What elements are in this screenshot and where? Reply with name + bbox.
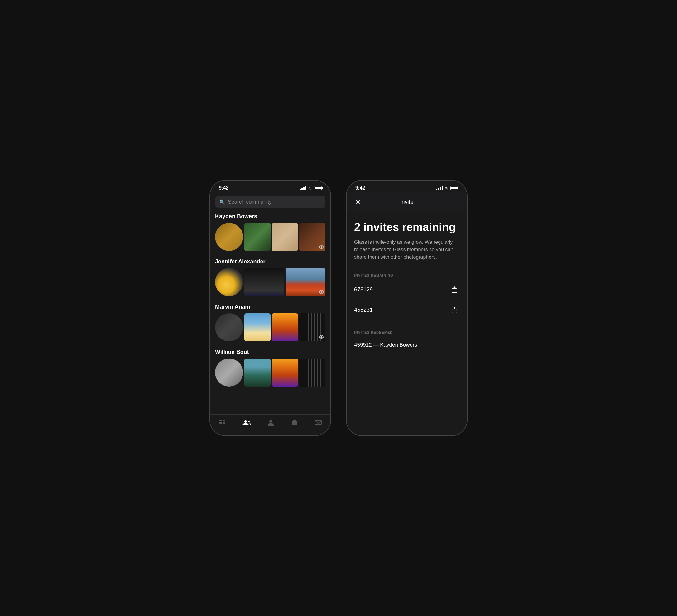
add-member-icon[interactable]: ⊕: [319, 289, 324, 295]
svg-rect-1: [223, 420, 225, 422]
last-photo-wrap: ⊕: [285, 268, 325, 296]
invite-body: 2 invites remaining Glass is invite-only…: [347, 211, 467, 435]
svg-point-6: [269, 420, 272, 423]
time-1: 9:42: [219, 185, 228, 191]
last-photo-wrap: ⊕: [299, 223, 325, 251]
invites-description: Glass is invite-only as we grow. We regu…: [354, 238, 459, 261]
member-photos-jennifer: ⊕: [215, 268, 325, 296]
member-william: William Bout: [215, 349, 325, 387]
close-button[interactable]: ✕: [353, 197, 363, 207]
signal-icon-2: [436, 186, 443, 190]
redeemed-entry: 459912 — Kayden Bowers: [354, 337, 459, 353]
photo-grid-jennifer: ⊕: [244, 268, 325, 296]
svg-rect-3: [223, 422, 225, 424]
status-icons-1: ∿: [300, 185, 322, 190]
member-marvin: Marvin Anani ⊕: [215, 304, 325, 341]
member-kayden: Kayden Bowers ⊕: [215, 213, 325, 251]
photo-thumb: [272, 313, 298, 341]
member-name-kayden: Kayden Bowers: [215, 213, 325, 220]
search-icon: 🔍: [219, 199, 225, 205]
invites-remaining-label: INVITES REMAINING: [354, 273, 459, 280]
photo-thumb: [244, 223, 271, 251]
svg-rect-9: [452, 309, 457, 313]
photo-grid-marvin: ⊕: [244, 313, 325, 341]
phone-invite: 9:42 ∿ ✕ Invite 2 invites remaining Glas…: [346, 180, 467, 436]
last-photo-wrap: [299, 358, 325, 387]
avatar-kayden[interactable]: [215, 223, 243, 251]
status-icons-2: ∿: [436, 185, 458, 190]
member-photos-kayden: ⊕: [215, 223, 325, 251]
tab-notifications[interactable]: [287, 418, 302, 428]
invite-header: ✕ Invite: [347, 193, 467, 211]
search-placeholder: Search community: [228, 199, 272, 205]
community-list: Kayden Bowers ⊕ Jennifer Alexander: [210, 213, 330, 414]
photo-thumb: [299, 358, 325, 387]
invites-remaining-section: INVITES REMAINING 678129 458231: [354, 273, 459, 320]
tab-messages[interactable]: [311, 418, 326, 428]
time-2: 9:42: [355, 185, 365, 191]
avatar-jennifer[interactable]: [215, 268, 243, 296]
member-photos-marvin: ⊕: [215, 313, 325, 341]
tab-profile[interactable]: [264, 418, 278, 428]
battery-icon: [314, 186, 322, 190]
status-bar-2: 9:42 ∿: [347, 181, 467, 193]
svg-rect-8: [452, 289, 457, 293]
photo-grid-william: [244, 358, 325, 387]
invite-code-row-2: 458231: [354, 300, 459, 320]
battery-icon-2: [450, 186, 458, 190]
tab-community[interactable]: [239, 418, 254, 428]
wifi-icon-2: ∿: [445, 185, 449, 190]
avatar-marvin[interactable]: [215, 313, 243, 341]
invites-redeemed-label: INVITES REDEEMED: [354, 331, 459, 337]
invite-code-row-1: 678129: [354, 280, 459, 300]
avatar-william[interactable]: [215, 358, 243, 387]
add-member-icon[interactable]: ⊕: [319, 334, 324, 340]
invite-title: Invite: [363, 199, 451, 206]
photo-thumb: [272, 358, 298, 387]
share-button-2[interactable]: [449, 305, 459, 315]
member-name-jennifer: Jennifer Alexander: [215, 258, 325, 265]
search-bar[interactable]: 🔍 Search community: [215, 196, 325, 208]
invites-redeemed-section: INVITES REDEEMED 459912 — Kayden Bowers: [354, 331, 459, 353]
invites-heading: 2 invites remaining: [354, 221, 459, 233]
photo-thumb: [244, 268, 284, 296]
member-name-william: William Bout: [215, 349, 325, 355]
tab-bar: [210, 414, 330, 435]
phone-community: 9:42 ∿ 🔍 Search community Kayden Bowers: [210, 180, 331, 436]
tab-grid[interactable]: [215, 418, 230, 428]
photo-thumb: [272, 223, 298, 251]
svg-rect-2: [219, 422, 222, 424]
status-bar-1: 9:42 ∿: [210, 181, 330, 193]
add-member-icon[interactable]: ⊕: [319, 244, 324, 250]
wifi-icon: ∿: [308, 185, 312, 190]
member-name-marvin: Marvin Anani: [215, 304, 325, 310]
member-jennifer: Jennifer Alexander ⊕: [215, 258, 325, 296]
photo-grid-kayden: ⊕: [244, 223, 325, 251]
svg-rect-0: [219, 420, 222, 422]
svg-point-4: [244, 420, 247, 423]
last-photo-wrap: ⊕: [299, 313, 325, 341]
svg-rect-7: [315, 420, 321, 425]
share-button-1[interactable]: [449, 285, 459, 295]
invite-code-2: 458231: [354, 307, 373, 313]
photo-thumb: [244, 313, 271, 341]
signal-icon: [300, 186, 306, 190]
svg-point-5: [248, 421, 250, 423]
member-photos-william: [215, 358, 325, 387]
photo-thumb: [244, 358, 271, 387]
invite-code-1: 678129: [354, 287, 373, 293]
